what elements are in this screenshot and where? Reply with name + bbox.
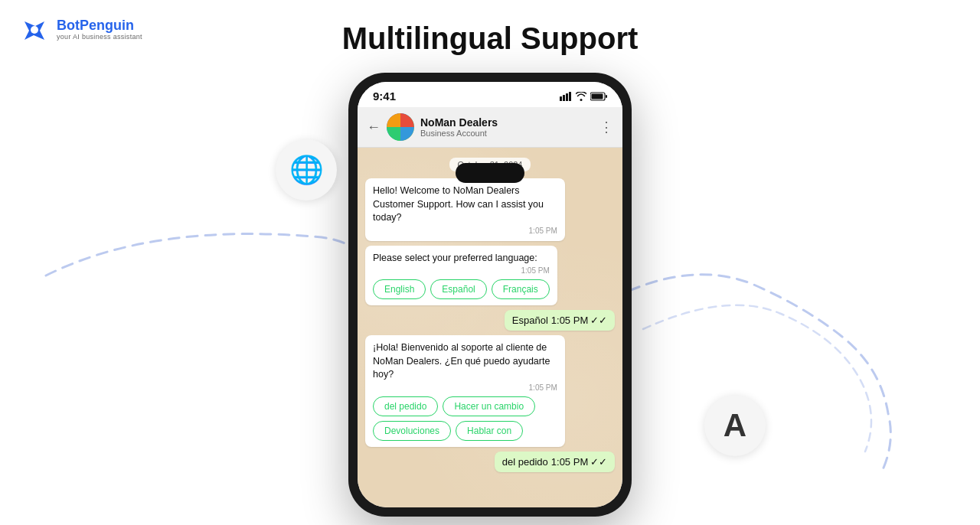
btn-hacer[interactable]: Hacer un cambio	[443, 396, 535, 416]
bubble-time-1: 1:05 PM	[373, 227, 557, 235]
bot-message-3: ¡Hola! Bienvenido al soporte al cliente …	[365, 335, 565, 447]
signal-icon	[560, 92, 572, 101]
letter-a: A	[724, 407, 746, 444]
bot-message-2: Please select your preferred language: 1…	[365, 246, 557, 306]
user-time-1: 1:05 PM ✓✓	[551, 315, 607, 326]
svg-rect-7	[606, 95, 607, 98]
contact-status: Business Account	[420, 129, 593, 138]
phone-frame: 9:41	[348, 73, 632, 517]
lang-english-btn[interactable]: English	[373, 279, 426, 299]
btn-del-pedido[interactable]: del pedido	[373, 396, 438, 416]
svg-rect-2	[563, 95, 565, 101]
bubble-time-3: 1:05 PM	[373, 383, 557, 392]
contact-avatar	[387, 113, 414, 141]
phone-screen: 9:41	[358, 82, 622, 507]
status-icons	[560, 92, 607, 101]
bubble-time-2: 1:05 PM	[373, 266, 550, 275]
menu-icon[interactable]: ⋮	[599, 119, 613, 135]
user-time-2: 1:05 PM ✓✓	[551, 456, 607, 468]
lang-espanol-btn[interactable]: Español	[430, 279, 486, 299]
globe-icon: 🌐	[289, 154, 324, 186]
status-bar: 9:41	[358, 82, 622, 107]
phone-notch	[456, 163, 524, 183]
user-reply-text-2: del pedido	[502, 456, 548, 468]
chat-area: October 31, 2024 Hello! Welcome to NoMan…	[358, 148, 622, 507]
btn-devoluciones[interactable]: Devoluciones	[373, 421, 451, 441]
globe-badge: 🌐	[276, 139, 337, 201]
action-options: del pedido Hacer un cambio Devoluciones …	[373, 396, 557, 441]
bot-message-1: Hello! Welcome to NoMan Dealers Customer…	[365, 178, 565, 241]
contact-info: NoMan Dealers Business Account	[420, 116, 593, 138]
letter-a-badge: A	[704, 395, 766, 456]
logo-icon	[18, 14, 51, 46]
svg-rect-4	[569, 92, 571, 101]
svg-point-0	[31, 26, 38, 34]
battery-icon	[590, 92, 607, 101]
btn-hablar[interactable]: Hablar con	[456, 421, 523, 441]
user-reply-text-1: Español	[512, 315, 548, 326]
svg-rect-3	[566, 93, 568, 101]
logo-tagline: your AI business assistant	[57, 34, 142, 41]
logo: BotPenguin your AI business assistant	[18, 14, 142, 46]
page-title: Multilingual Support	[342, 21, 639, 56]
read-tick-2: ✓✓	[590, 456, 607, 468]
user-message-2: del pedido 1:05 PM ✓✓	[495, 452, 615, 472]
logo-text: BotPenguin your AI business assistant	[57, 18, 142, 41]
logo-top-word2: Penguin	[80, 18, 134, 33]
status-time: 9:41	[373, 90, 396, 103]
user-message-1: Español 1:05 PM ✓✓	[505, 310, 615, 331]
svg-rect-1	[560, 96, 562, 101]
contact-name: NoMan Dealers	[420, 116, 593, 129]
lang-francais-btn[interactable]: Français	[492, 279, 550, 299]
read-tick: ✓✓	[590, 315, 607, 326]
back-icon[interactable]: ←	[367, 119, 381, 135]
svg-rect-6	[592, 93, 603, 99]
wa-header: ← NoMan Dealers Business Account ⋮	[358, 107, 622, 148]
wifi-icon	[576, 92, 586, 101]
language-options: English Español Français	[373, 279, 550, 299]
logo-top-word1: Bot	[57, 18, 80, 33]
